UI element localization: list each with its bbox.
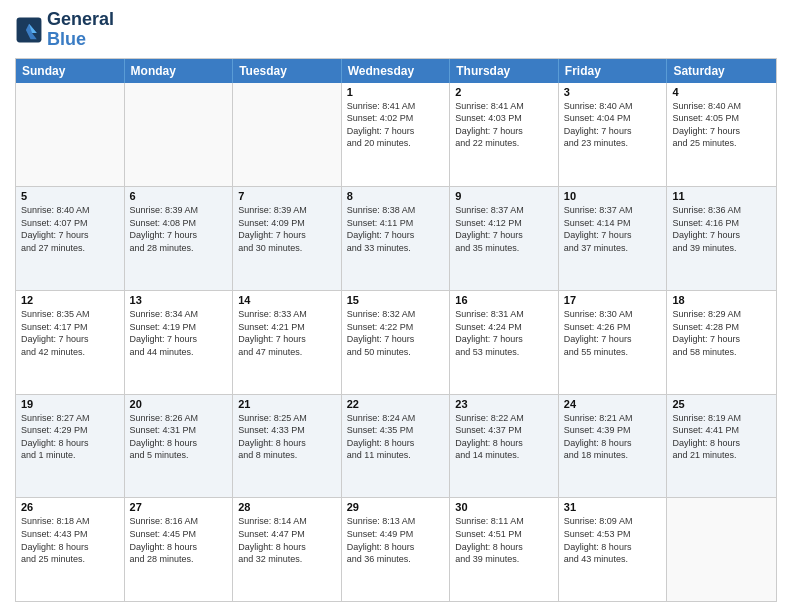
- day-number: 15: [347, 294, 445, 306]
- calendar-body: 1Sunrise: 8:41 AM Sunset: 4:02 PM Daylig…: [16, 83, 776, 601]
- day-number: 11: [672, 190, 771, 202]
- day-number: 23: [455, 398, 553, 410]
- cell-info: Sunrise: 8:26 AM Sunset: 4:31 PM Dayligh…: [130, 412, 228, 462]
- day-number: 17: [564, 294, 662, 306]
- cell-info: Sunrise: 8:25 AM Sunset: 4:33 PM Dayligh…: [238, 412, 336, 462]
- calendar-cell: 17Sunrise: 8:30 AM Sunset: 4:26 PM Dayli…: [559, 291, 668, 394]
- calendar-cell: 22Sunrise: 8:24 AM Sunset: 4:35 PM Dayli…: [342, 395, 451, 498]
- calendar-cell: 8Sunrise: 8:38 AM Sunset: 4:11 PM Daylig…: [342, 187, 451, 290]
- cell-info: Sunrise: 8:31 AM Sunset: 4:24 PM Dayligh…: [455, 308, 553, 358]
- cell-info: Sunrise: 8:29 AM Sunset: 4:28 PM Dayligh…: [672, 308, 771, 358]
- cell-info: Sunrise: 8:21 AM Sunset: 4:39 PM Dayligh…: [564, 412, 662, 462]
- day-number: 31: [564, 501, 662, 513]
- day-number: 6: [130, 190, 228, 202]
- calendar-cell: 21Sunrise: 8:25 AM Sunset: 4:33 PM Dayli…: [233, 395, 342, 498]
- logo: General Blue: [15, 10, 114, 50]
- cell-info: Sunrise: 8:30 AM Sunset: 4:26 PM Dayligh…: [564, 308, 662, 358]
- calendar-cell: 16Sunrise: 8:31 AM Sunset: 4:24 PM Dayli…: [450, 291, 559, 394]
- cell-info: Sunrise: 8:24 AM Sunset: 4:35 PM Dayligh…: [347, 412, 445, 462]
- calendar-cell: [233, 83, 342, 187]
- calendar-cell: 12Sunrise: 8:35 AM Sunset: 4:17 PM Dayli…: [16, 291, 125, 394]
- calendar-header-cell: Thursday: [450, 59, 559, 83]
- calendar-cell: 1Sunrise: 8:41 AM Sunset: 4:02 PM Daylig…: [342, 83, 451, 187]
- cell-info: Sunrise: 8:37 AM Sunset: 4:12 PM Dayligh…: [455, 204, 553, 254]
- day-number: 14: [238, 294, 336, 306]
- calendar-cell: 3Sunrise: 8:40 AM Sunset: 4:04 PM Daylig…: [559, 83, 668, 187]
- day-number: 16: [455, 294, 553, 306]
- calendar-cell: 30Sunrise: 8:11 AM Sunset: 4:51 PM Dayli…: [450, 498, 559, 601]
- calendar-cell: [667, 498, 776, 601]
- cell-info: Sunrise: 8:14 AM Sunset: 4:47 PM Dayligh…: [238, 515, 336, 565]
- cell-info: Sunrise: 8:33 AM Sunset: 4:21 PM Dayligh…: [238, 308, 336, 358]
- day-number: 22: [347, 398, 445, 410]
- cell-info: Sunrise: 8:36 AM Sunset: 4:16 PM Dayligh…: [672, 204, 771, 254]
- calendar-cell: 5Sunrise: 8:40 AM Sunset: 4:07 PM Daylig…: [16, 187, 125, 290]
- cell-info: Sunrise: 8:41 AM Sunset: 4:02 PM Dayligh…: [347, 100, 445, 150]
- calendar-cell: 4Sunrise: 8:40 AM Sunset: 4:05 PM Daylig…: [667, 83, 776, 187]
- calendar-header-cell: Friday: [559, 59, 668, 83]
- day-number: 30: [455, 501, 553, 513]
- logo-icon: [15, 16, 43, 44]
- calendar-header-cell: Monday: [125, 59, 234, 83]
- calendar-row: 1Sunrise: 8:41 AM Sunset: 4:02 PM Daylig…: [16, 83, 776, 187]
- cell-info: Sunrise: 8:13 AM Sunset: 4:49 PM Dayligh…: [347, 515, 445, 565]
- day-number: 26: [21, 501, 119, 513]
- calendar-row: 19Sunrise: 8:27 AM Sunset: 4:29 PM Dayli…: [16, 394, 776, 498]
- calendar-cell: [16, 83, 125, 187]
- cell-info: Sunrise: 8:40 AM Sunset: 4:07 PM Dayligh…: [21, 204, 119, 254]
- day-number: 10: [564, 190, 662, 202]
- cell-info: Sunrise: 8:39 AM Sunset: 4:08 PM Dayligh…: [130, 204, 228, 254]
- day-number: 9: [455, 190, 553, 202]
- calendar-cell: 20Sunrise: 8:26 AM Sunset: 4:31 PM Dayli…: [125, 395, 234, 498]
- cell-info: Sunrise: 8:40 AM Sunset: 4:04 PM Dayligh…: [564, 100, 662, 150]
- calendar: SundayMondayTuesdayWednesdayThursdayFrid…: [15, 58, 777, 602]
- day-number: 28: [238, 501, 336, 513]
- cell-info: Sunrise: 8:37 AM Sunset: 4:14 PM Dayligh…: [564, 204, 662, 254]
- calendar-cell: 6Sunrise: 8:39 AM Sunset: 4:08 PM Daylig…: [125, 187, 234, 290]
- page-header: General Blue: [15, 10, 777, 50]
- day-number: 5: [21, 190, 119, 202]
- calendar-header-cell: Sunday: [16, 59, 125, 83]
- calendar-cell: 13Sunrise: 8:34 AM Sunset: 4:19 PM Dayli…: [125, 291, 234, 394]
- calendar-header-row: SundayMondayTuesdayWednesdayThursdayFrid…: [16, 59, 776, 83]
- cell-info: Sunrise: 8:11 AM Sunset: 4:51 PM Dayligh…: [455, 515, 553, 565]
- day-number: 27: [130, 501, 228, 513]
- calendar-cell: 26Sunrise: 8:18 AM Sunset: 4:43 PM Dayli…: [16, 498, 125, 601]
- calendar-cell: 31Sunrise: 8:09 AM Sunset: 4:53 PM Dayli…: [559, 498, 668, 601]
- cell-info: Sunrise: 8:18 AM Sunset: 4:43 PM Dayligh…: [21, 515, 119, 565]
- calendar-cell: 23Sunrise: 8:22 AM Sunset: 4:37 PM Dayli…: [450, 395, 559, 498]
- calendar-cell: 10Sunrise: 8:37 AM Sunset: 4:14 PM Dayli…: [559, 187, 668, 290]
- calendar-header-cell: Wednesday: [342, 59, 451, 83]
- day-number: 13: [130, 294, 228, 306]
- logo-text-blue: Blue: [47, 30, 114, 50]
- cell-info: Sunrise: 8:39 AM Sunset: 4:09 PM Dayligh…: [238, 204, 336, 254]
- day-number: 3: [564, 86, 662, 98]
- logo-text-general: General: [47, 10, 114, 30]
- day-number: 19: [21, 398, 119, 410]
- cell-info: Sunrise: 8:16 AM Sunset: 4:45 PM Dayligh…: [130, 515, 228, 565]
- calendar-header-cell: Tuesday: [233, 59, 342, 83]
- calendar-cell: 24Sunrise: 8:21 AM Sunset: 4:39 PM Dayli…: [559, 395, 668, 498]
- calendar-cell: 19Sunrise: 8:27 AM Sunset: 4:29 PM Dayli…: [16, 395, 125, 498]
- day-number: 1: [347, 86, 445, 98]
- day-number: 21: [238, 398, 336, 410]
- calendar-cell: 18Sunrise: 8:29 AM Sunset: 4:28 PM Dayli…: [667, 291, 776, 394]
- day-number: 8: [347, 190, 445, 202]
- calendar-cell: 29Sunrise: 8:13 AM Sunset: 4:49 PM Dayli…: [342, 498, 451, 601]
- calendar-cell: 15Sunrise: 8:32 AM Sunset: 4:22 PM Dayli…: [342, 291, 451, 394]
- calendar-row: 12Sunrise: 8:35 AM Sunset: 4:17 PM Dayli…: [16, 290, 776, 394]
- cell-info: Sunrise: 8:38 AM Sunset: 4:11 PM Dayligh…: [347, 204, 445, 254]
- day-number: 18: [672, 294, 771, 306]
- cell-info: Sunrise: 8:32 AM Sunset: 4:22 PM Dayligh…: [347, 308, 445, 358]
- calendar-cell: 7Sunrise: 8:39 AM Sunset: 4:09 PM Daylig…: [233, 187, 342, 290]
- calendar-cell: 2Sunrise: 8:41 AM Sunset: 4:03 PM Daylig…: [450, 83, 559, 187]
- calendar-cell: 11Sunrise: 8:36 AM Sunset: 4:16 PM Dayli…: [667, 187, 776, 290]
- day-number: 4: [672, 86, 771, 98]
- day-number: 7: [238, 190, 336, 202]
- day-number: 24: [564, 398, 662, 410]
- calendar-cell: 28Sunrise: 8:14 AM Sunset: 4:47 PM Dayli…: [233, 498, 342, 601]
- day-number: 20: [130, 398, 228, 410]
- calendar-cell: [125, 83, 234, 187]
- day-number: 29: [347, 501, 445, 513]
- calendar-row: 26Sunrise: 8:18 AM Sunset: 4:43 PM Dayli…: [16, 497, 776, 601]
